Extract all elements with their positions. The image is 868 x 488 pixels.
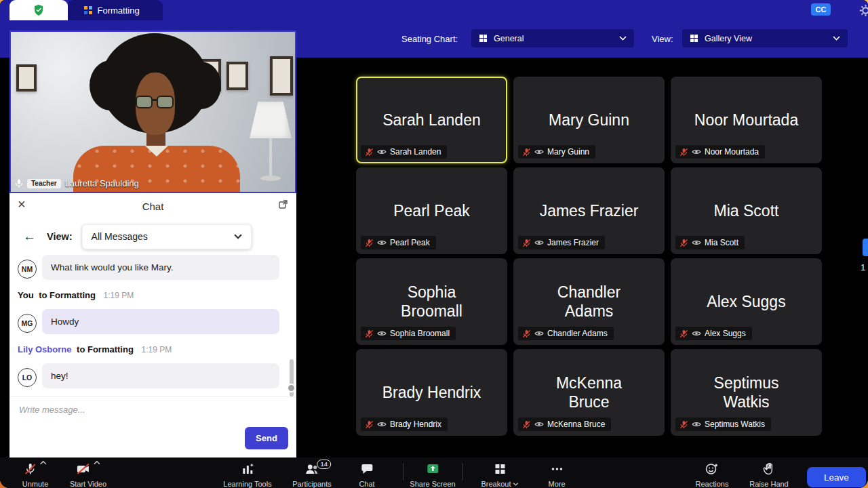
tab-formatting[interactable]: Formatting	[68, 0, 163, 20]
participant-tile[interactable]: Sophia Broomall Sophia Broomall	[356, 258, 507, 345]
chat-title: Chat	[142, 201, 164, 212]
participant-tile[interactable]: Brady Hendrix Brady Hendrix	[356, 349, 507, 436]
eye-icon	[377, 147, 387, 157]
participant-nameplate: McKenna Bruce	[518, 418, 611, 431]
app-window: Formatting CC Seating Chart: General Vie…	[0, 0, 868, 488]
participant-nameplate: Septimus Watkis	[675, 418, 771, 431]
class-tab-icon	[84, 6, 92, 14]
close-icon[interactable]: ×	[18, 197, 26, 212]
chevron-down-icon	[513, 483, 519, 486]
participant-tile[interactable]: Noor Mourtada Noor Mourtada	[671, 77, 822, 163]
participant-tile[interactable]: Pearl Peak Pearl Peak	[356, 167, 507, 254]
mic-muted-icon	[365, 420, 374, 429]
teacher-nameplate: Teacher Lauretta Spaulding	[15, 178, 139, 188]
participant-nameplate: Pearl Peak	[361, 236, 436, 249]
participant-tile[interactable]: Sarah Landen Sarah Landen	[356, 77, 507, 163]
chat-message-list: NM What link would you like Mary. You to…	[9, 251, 296, 396]
chevron-down-icon	[234, 234, 242, 239]
mic-muted-icon	[679, 329, 688, 338]
participant-nameplate: James Frazier	[518, 236, 605, 249]
avatar: LO	[18, 368, 37, 387]
avatar: MG	[18, 314, 37, 333]
mic-muted-icon	[522, 148, 531, 157]
participant-tile[interactable]: McKenna Bruce McKenna Bruce	[513, 349, 665, 436]
participants-count-badge: 14	[317, 460, 331, 469]
unmute-menu-caret[interactable]	[40, 460, 47, 465]
breakout-button[interactable]: Breakout	[481, 458, 518, 488]
participant-nameplate: Mary Guinn	[518, 145, 595, 159]
learning-tools-button[interactable]: Learning Tools	[223, 458, 271, 488]
participant-name: Alex Suggs	[686, 292, 806, 311]
seating-chart-dropdown[interactable]: General	[471, 29, 634, 47]
participant-name: Brady Hendrix	[362, 383, 502, 402]
closed-captions-badge[interactable]: CC	[811, 3, 831, 16]
mic-muted-icon	[24, 462, 37, 476]
mic-muted-icon	[679, 420, 688, 429]
participant-name: Sarah Landen	[362, 110, 501, 129]
more-button[interactable]: More	[548, 458, 565, 488]
participant-nameplate: Noor Mourtada	[675, 145, 765, 159]
eye-icon	[534, 238, 544, 247]
seating-chart-label: Seating Chart:	[401, 34, 458, 44]
unmute-button[interactable]: Unmute	[22, 458, 49, 488]
mic-muted-icon	[522, 239, 531, 247]
back-arrow-icon[interactable]: ←	[23, 229, 36, 244]
message-input[interactable]	[18, 404, 289, 415]
eye-icon	[534, 147, 544, 157]
start-video-button[interactable]: Start Video	[70, 458, 106, 488]
eye-icon	[692, 147, 701, 157]
reactions-button[interactable]: Reactions	[696, 458, 729, 488]
participant-tile[interactable]: James Frazier James Frazier	[513, 167, 665, 254]
more-dots-icon	[550, 462, 564, 476]
share-screen-button[interactable]: Share Screen	[410, 458, 455, 488]
participant-nameplate: Alex Suggs	[675, 327, 752, 340]
participant-name: Sophia Broomall	[356, 283, 507, 321]
page-indicator[interactable]: 1	[861, 262, 865, 272]
avatar: NM	[18, 260, 37, 279]
eye-icon	[692, 420, 701, 429]
gear-icon[interactable]	[859, 4, 868, 20]
participant-name: Septimus Watkis	[671, 373, 822, 411]
chat-message: hey!	[42, 363, 279, 388]
participant-tile[interactable]: Mia Scott Mia Scott	[671, 167, 822, 254]
chat-message: Howdy	[42, 309, 279, 334]
participant-nameplate: Sophia Broomall	[361, 327, 456, 340]
participant-name: Mia Scott	[694, 201, 800, 220]
participant-tile[interactable]: Alex Suggs Alex Suggs	[671, 258, 822, 345]
leave-button[interactable]: Leave	[807, 467, 866, 487]
teacher-name: Lauretta Spaulding	[65, 178, 139, 188]
participant-tile[interactable]: Mary Guinn Mary Guinn	[513, 77, 665, 163]
participant-tile[interactable]: Septimus Watkis Septimus Watkis	[671, 349, 822, 436]
chat-button[interactable]: Chat	[359, 458, 374, 488]
teacher-video-tile[interactable]: Teacher Lauretta Spaulding	[9, 30, 296, 193]
message-header: Lily Osborne to Formatting 1:19 PM	[18, 344, 172, 354]
video-menu-caret[interactable]	[94, 460, 100, 465]
chat-scrollbar-knob[interactable]	[287, 384, 296, 392]
eye-icon	[377, 329, 387, 338]
chevron-down-icon	[833, 36, 840, 41]
mic-muted-icon	[522, 329, 531, 338]
mic-muted-icon	[365, 239, 374, 247]
toolbar-divider	[462, 463, 463, 481]
participant-tile[interactable]: Chandler Adams Chandler Adams	[513, 258, 665, 345]
teacher-role-badge: Teacher	[27, 179, 61, 188]
raise-hand-button[interactable]: Raise Hand	[749, 458, 788, 488]
mic-icon	[15, 179, 23, 188]
shield-check-icon	[33, 4, 44, 16]
view-dropdown[interactable]: Gallery View	[682, 29, 848, 47]
participants-button[interactable]: 14 Participants	[292, 458, 331, 488]
participant-name: Mary Guinn	[528, 110, 650, 129]
send-button[interactable]: Send	[245, 427, 288, 449]
participant-name: McKenna Bruce	[513, 373, 665, 411]
mic-muted-icon	[679, 239, 688, 247]
message-filter-dropdown[interactable]: All Messages	[82, 224, 252, 249]
popout-icon[interactable]	[278, 199, 288, 211]
learning-tools-icon	[240, 462, 255, 476]
message-filter-value: All Messages	[92, 231, 148, 242]
home-tab[interactable]	[9, 0, 68, 20]
webcam-video	[11, 32, 295, 192]
reactions-smiley-icon	[705, 462, 719, 476]
share-screen-icon	[425, 462, 440, 476]
raise-hand-icon	[763, 462, 775, 476]
next-page-button[interactable]	[863, 239, 868, 256]
